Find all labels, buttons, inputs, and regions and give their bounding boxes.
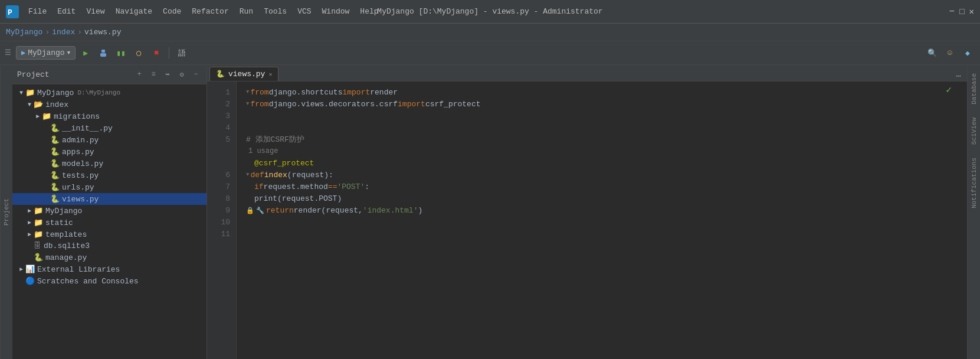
svg-text:P: P [8,8,12,17]
tree-item-init[interactable]: 🐍 __init__.py [12,122,207,134]
svg-rect-2 [101,50,105,53]
editor-container: 🐍 views.py ✕ ⋯ 1 2 3 4 5 6 7 8 [207,65,967,359]
tab-more-button[interactable]: ⋯ [953,71,965,81]
account-button[interactable]: ☺ [942,45,958,61]
code-line-6: @csrf_protect [246,157,967,169]
fold-marker-1[interactable]: ▼ [246,89,249,95]
tree-item-views[interactable]: 🐍 views.py [12,193,207,205]
code-line-8: if request.method == 'POST': [246,181,967,192]
right-tab-database[interactable]: Database [969,67,979,110]
tree-item-static[interactable]: ► 📁 static [12,217,207,229]
code-line-9: print(request.POST) [246,192,967,204]
run-config-label: MyDjango [28,48,64,57]
code-line-1: ▼ from django.shortcuts import render [246,86,967,98]
project-panel-toggle[interactable]: ☰ [5,48,11,57]
menu-navigate[interactable]: Navigate [111,5,157,18]
hide-panel-icon[interactable]: − [190,68,202,80]
fold-marker-2[interactable]: ▼ [246,101,249,107]
menu-edit[interactable]: Edit [53,5,80,18]
sidebar-header: Project + ≡ ➥ ⚙ − [12,65,207,84]
fold-marker-7[interactable]: ▼ [246,172,249,178]
menu-code[interactable]: Code [158,5,186,18]
debug-button[interactable] [96,45,111,61]
breadcrumb-sep2: › [77,28,82,37]
tree-item-scratches[interactable]: 🔵 Scratches and Consoles [12,275,207,287]
maximize-button[interactable]: □ [959,7,964,17]
tree-item-manage[interactable]: 🐍 manage.py [12,252,207,263]
run-config-dropdown-icon: ▼ [67,50,70,56]
code-line-11 [246,216,967,228]
menu-file[interactable]: File [24,5,51,18]
tab-close-button[interactable]: ✕ [268,71,272,78]
code-line-5-comment: # 添加CSRF防护 [246,133,967,145]
close-button[interactable]: ✕ [969,6,974,17]
menu-run[interactable]: Run [235,5,258,18]
run-config-icon: ▶ [21,48,25,57]
lock-icon: 🔒 [246,207,254,214]
code-editor[interactable]: 1 2 3 4 5 6 7 8 9 10 11 ▼ [207,81,967,359]
tree-item-urls[interactable]: 🐍 urls.py [12,181,207,193]
tab-file-icon: 🐍 [216,70,225,79]
code-line-5-group: # 添加CSRF防护 1 usage [246,133,967,157]
run-button[interactable]: ▶ [78,45,93,61]
tree-item-models[interactable]: 🐍 models.py [12,158,207,169]
tree-item-external-libs[interactable]: ► 📊 External Libraries [12,263,207,275]
code-line-2: ▼ from django.views.decorators.csrf impo… [246,98,967,110]
tree-item-apps[interactable]: 🐍 apps.py [12,146,207,158]
code-line-10: 🔒 🔧 return render(request, 'index.html') [246,204,967,216]
toolbar: ☰ ▶ MyDjango ▼ ▶ ▮▮ ◯ ■ 語 🔍 ☺ ◆ [0,41,980,65]
editor-tab-bar: 🐍 views.py ✕ ⋯ [207,65,967,81]
tree-item-admin[interactable]: 🐍 admin.py [12,134,207,146]
tree-item-mydjango-folder[interactable]: ► 📁 MyDjango [12,205,207,217]
search-everywhere-button[interactable]: 🔍 [925,45,940,61]
right-tab-notifications[interactable]: Notifications [969,152,979,214]
code-line-4 [246,122,967,133]
app-icon: P [6,5,19,18]
plugins-button[interactable]: ◆ [960,45,975,61]
gutter-icon: 🔧 [256,207,264,214]
code-content[interactable]: ▼ from django.shortcuts import render ▼ … [237,81,967,359]
right-tab-sciview[interactable]: SciView [969,112,979,151]
code-line-3 [246,110,967,122]
breadcrumb-sep1: › [45,28,50,37]
editor-status-check: ✓ [946,84,952,96]
tree-item-index[interactable]: ▼ 📂 index [12,99,207,110]
project-tree: ▼ 📁 MyDjango D:\MyDjango ▼ 📂 index ► 📁 m… [12,84,207,359]
tree-item-db[interactable]: 🗄 db.sqlite3 [12,240,207,252]
stop-button[interactable]: ■ [149,45,164,61]
menu-bar: File Edit View Navigate Code Refactor Ru… [24,5,384,18]
right-panel: Database SciView Notifications [967,65,980,359]
sidebar-title: Project [17,70,50,79]
breadcrumb-views: views.py [84,28,121,37]
project-panel-label[interactable]: Project [0,65,12,359]
code-line-5-usage: 1 usage [246,145,967,157]
project-sidebar: Project + ≡ ➥ ⚙ − ▼ 📁 MyDjango D:\MyDjan… [12,65,207,359]
coverage-button[interactable]: ▮▮ [113,45,129,61]
collapse-all-icon[interactable]: ≡ [148,68,159,80]
menu-vcs[interactable]: VCS [293,5,316,18]
line-numbers: 1 2 3 4 5 6 7 8 9 10 11 [207,81,237,359]
breadcrumb: MyDjango › index › views.py [0,24,980,41]
tree-item-migrations[interactable]: ► 📁 migrations [12,110,207,122]
run-config-selector[interactable]: ▶ MyDjango ▼ [16,46,76,60]
settings-icon[interactable]: ⚙ [176,68,188,80]
tree-item-mydjango-root[interactable]: ▼ 📁 MyDjango D:\MyDjango [12,87,207,99]
menu-window[interactable]: Window [317,5,355,18]
minimize-button[interactable]: − [949,6,955,17]
tree-item-tests[interactable]: 🐍 tests.py [12,169,207,181]
window-title: MyDjango [D:\MyDjango] - views.py - Admi… [377,7,602,16]
add-content-icon[interactable]: + [133,68,145,80]
locate-file-icon[interactable]: ➥ [162,68,173,80]
svg-rect-3 [100,53,106,57]
breadcrumb-mydjango[interactable]: MyDjango [6,28,42,37]
tab-views-py[interactable]: 🐍 views.py ✕ [209,67,278,81]
menu-refactor[interactable]: Refactor [187,5,233,18]
menu-view[interactable]: View [81,5,109,18]
tree-item-templates[interactable]: ► 📁 templates [12,229,207,240]
menu-tools[interactable]: Tools [259,5,291,18]
tab-label: views.py [228,70,265,79]
translate-button[interactable]: 語 [174,45,189,61]
profile-button[interactable]: ◯ [131,45,146,61]
title-bar: P File Edit View Navigate Code Refactor … [0,0,980,24]
breadcrumb-index[interactable]: index [52,28,75,37]
